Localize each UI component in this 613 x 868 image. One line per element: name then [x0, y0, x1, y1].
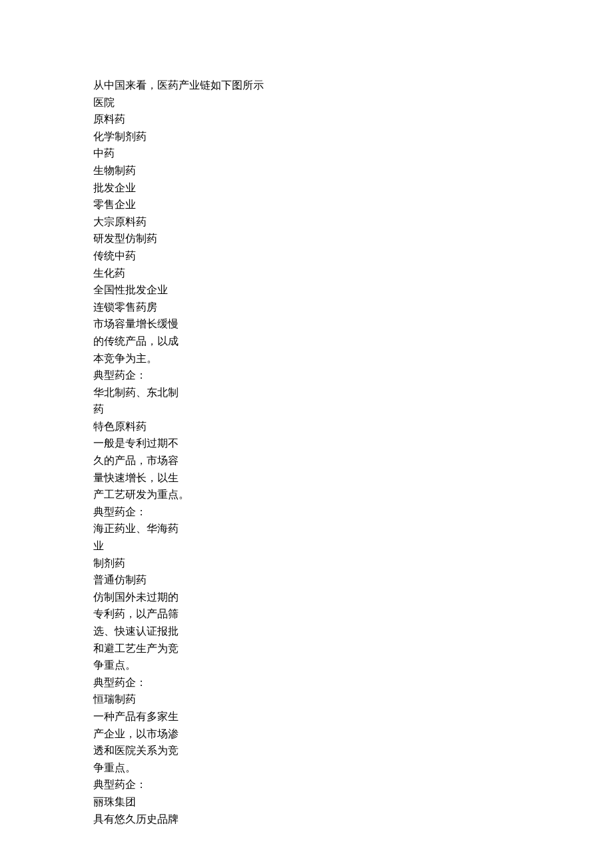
text-line: 市场容量增长缓慢	[93, 315, 520, 333]
text-line: 一般是专利过期不	[93, 435, 520, 452]
text-line: 从中国来看，医药产业链如下图所示	[93, 77, 520, 94]
text-line: 特色原料药	[93, 418, 520, 435]
text-line: 批发企业	[93, 179, 520, 197]
text-line: 连锁零售药房	[93, 299, 520, 316]
text-line: 透和医院关系为竞	[93, 742, 520, 759]
text-line: 海正药业、华海药	[93, 520, 520, 537]
text-line: 争重点。	[93, 657, 520, 674]
text-line: 药	[93, 401, 520, 418]
text-line: 传统中药	[93, 247, 520, 265]
text-line: 丽珠集团	[93, 793, 520, 811]
text-line: 典型药企：	[93, 503, 520, 521]
text-line: 中药	[93, 145, 520, 162]
text-line: 争重点。	[93, 759, 520, 777]
document-body: 从中国来看，医药产业链如下图所示 医院 原料药 化学制剂药 中药 生物制药 批发…	[93, 77, 520, 827]
text-line: 仿制国外未过期的	[93, 589, 520, 606]
text-line: 华北制药、东北制	[93, 384, 520, 401]
text-line: 生化药	[93, 265, 520, 282]
text-line: 本竞争为主。	[93, 350, 520, 367]
text-line: 大宗原料药	[93, 213, 520, 231]
text-line: 产企业，以市场渗	[93, 725, 520, 743]
text-line: 久的产品，市场容	[93, 452, 520, 469]
text-line: 零售企业	[93, 196, 520, 213]
text-line: 医院	[93, 94, 520, 111]
text-line: 制剂药	[93, 555, 520, 572]
text-line: 普通仿制药	[93, 571, 520, 589]
text-line: 一种产品有多家生	[93, 708, 520, 725]
text-line: 专利药，以产品筛	[93, 605, 520, 623]
text-line: 业	[93, 537, 520, 555]
text-line: 量快速增长，以生	[93, 469, 520, 487]
text-line: 的传统产品，以成	[93, 333, 520, 350]
text-line: 典型药企：	[93, 674, 520, 691]
text-line: 原料药	[93, 111, 520, 128]
text-line: 全国性批发企业	[93, 281, 520, 299]
text-line: 具有悠久历史品牌	[93, 811, 520, 828]
text-line: 典型药企：	[93, 776, 520, 793]
text-line: 产工艺研发为重点。	[93, 486, 520, 503]
text-line: 和避工艺生产为竞	[93, 640, 520, 657]
text-line: 生物制药	[93, 162, 520, 179]
text-line: 典型药企：	[93, 367, 520, 384]
text-line: 恒瑞制药	[93, 691, 520, 708]
text-line: 选、快速认证报批	[93, 623, 520, 640]
text-line: 研发型仿制药	[93, 230, 520, 247]
text-line: 化学制剂药	[93, 128, 520, 145]
